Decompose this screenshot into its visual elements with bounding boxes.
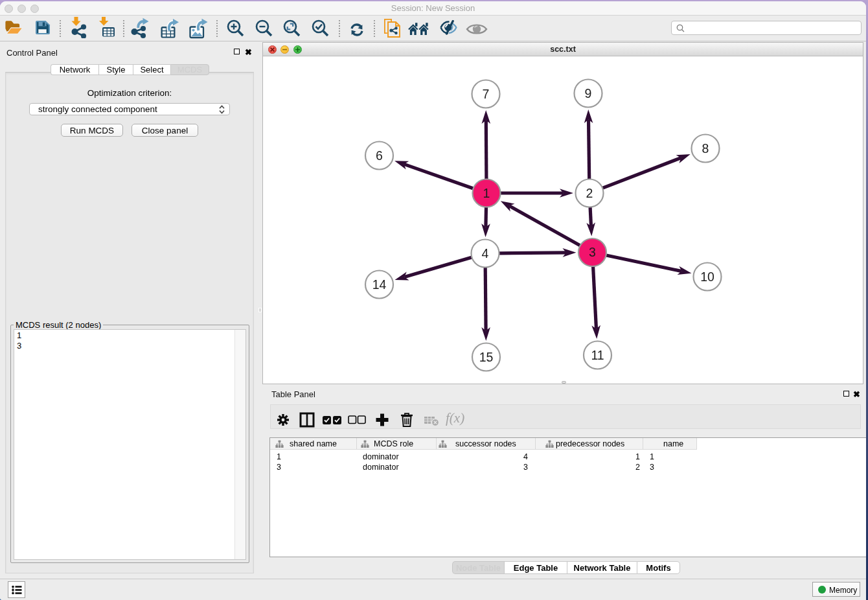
svg-text:1: 1 (483, 186, 490, 200)
svg-text:9: 9 (585, 86, 592, 100)
svg-text:3: 3 (589, 245, 596, 259)
svg-text:8: 8 (702, 141, 709, 156)
svg-text:2: 2 (586, 186, 593, 200)
svg-text:6: 6 (376, 148, 383, 163)
svg-text:10: 10 (700, 270, 714, 284)
svg-text:11: 11 (591, 348, 604, 362)
svg-text:14: 14 (372, 277, 387, 292)
svg-text:4: 4 (482, 246, 489, 260)
svg-text:15: 15 (479, 350, 494, 364)
svg-text:7: 7 (483, 87, 490, 101)
